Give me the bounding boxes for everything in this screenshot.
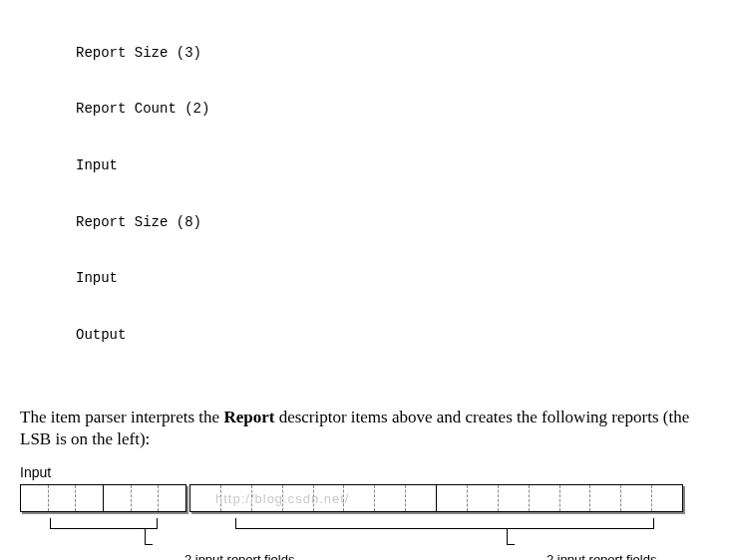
code-line: Report Size (8) xyxy=(76,213,709,232)
input-field-8bit xyxy=(189,484,437,512)
explain-text: The item parser interprets the xyxy=(20,408,223,426)
code-line: Report Count (2) xyxy=(76,100,709,119)
input-brace-row: 2 input report fields, 3 bits each. 2 in… xyxy=(20,512,709,560)
brace-input-large: 2 input report fields, 8 bits each. xyxy=(235,518,654,532)
input-field-8bit xyxy=(436,484,683,512)
caption-line: 2 input report fields, xyxy=(547,552,660,560)
code-line: Input xyxy=(76,156,709,175)
caption-line: 2 input report fields, xyxy=(184,552,298,560)
input-report-bar xyxy=(20,484,709,512)
input-section-label: Input xyxy=(20,464,709,480)
explain-bold: Report xyxy=(223,408,274,426)
explanation-paragraph: The item parser interprets the Report de… xyxy=(20,407,709,450)
code-line: Input xyxy=(76,269,709,288)
input-field-3bit xyxy=(20,484,104,512)
code-line: Report Size (3) xyxy=(76,44,709,63)
descriptor-code-block: Report Size (3) Report Count (2) Input R… xyxy=(76,6,709,383)
brace-input-small: 2 input report fields, 3 bits each. xyxy=(50,518,158,532)
code-line: Output xyxy=(76,326,709,345)
input-field-3bit xyxy=(103,484,186,512)
